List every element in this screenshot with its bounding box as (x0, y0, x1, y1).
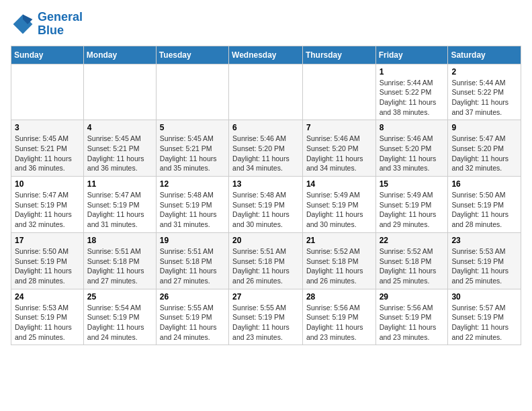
weekday-header-thursday: Thursday (302, 46, 375, 64)
calendar-cell: 5Sunrise: 5:45 AMSunset: 5:21 PMDaylight… (156, 120, 228, 177)
day-info: Sunrise: 5:51 AMSunset: 5:18 PMDaylight:… (232, 246, 299, 286)
calendar-cell (11, 64, 84, 120)
day-info: Sunrise: 5:49 AMSunset: 5:19 PMDaylight:… (380, 190, 445, 230)
logo: General Blue (11, 11, 83, 38)
day-number: 19 (160, 236, 225, 245)
day-number: 1 (380, 67, 445, 77)
day-info: Sunrise: 5:55 AMSunset: 5:19 PMDaylight:… (232, 303, 299, 342)
day-info: Sunrise: 5:48 AMSunset: 5:19 PMDaylight:… (160, 190, 225, 230)
day-info: Sunrise: 5:53 AMSunset: 5:19 PMDaylight:… (15, 303, 80, 342)
calendar-cell: 14Sunrise: 5:49 AMSunset: 5:19 PMDayligh… (302, 177, 375, 233)
weekday-header-saturday: Saturday (448, 46, 521, 64)
day-number: 23 (451, 236, 517, 245)
day-info: Sunrise: 5:45 AMSunset: 5:21 PMDaylight:… (87, 134, 152, 173)
day-number: 5 (160, 123, 225, 132)
day-info: Sunrise: 5:54 AMSunset: 5:19 PMDaylight:… (87, 303, 152, 342)
day-number: 9 (451, 123, 517, 132)
day-info: Sunrise: 5:45 AMSunset: 5:21 PMDaylight:… (160, 134, 225, 173)
weekday-header-friday: Friday (375, 46, 448, 64)
day-number: 21 (306, 236, 372, 245)
weekday-header-monday: Monday (83, 46, 156, 64)
calendar-cell (83, 64, 156, 120)
calendar-cell: 20Sunrise: 5:51 AMSunset: 5:18 PMDayligh… (229, 232, 303, 289)
weekday-header-sunday: Sunday (11, 46, 84, 64)
calendar-cell: 18Sunrise: 5:51 AMSunset: 5:18 PMDayligh… (83, 232, 156, 289)
weekday-header-wednesday: Wednesday (229, 46, 303, 64)
calendar-cell: 17Sunrise: 5:50 AMSunset: 5:19 PMDayligh… (11, 232, 84, 289)
calendar-cell: 2Sunrise: 5:44 AMSunset: 5:22 PMDaylight… (448, 64, 521, 120)
day-info: Sunrise: 5:52 AMSunset: 5:18 PMDaylight:… (306, 246, 372, 286)
day-number: 2 (451, 67, 517, 77)
calendar-cell: 24Sunrise: 5:53 AMSunset: 5:19 PMDayligh… (11, 289, 84, 345)
day-info: Sunrise: 5:45 AMSunset: 5:21 PMDaylight:… (15, 134, 80, 173)
calendar-cell: 21Sunrise: 5:52 AMSunset: 5:18 PMDayligh… (302, 232, 375, 289)
day-number: 8 (380, 123, 445, 132)
calendar-cell: 26Sunrise: 5:55 AMSunset: 5:19 PMDayligh… (156, 289, 228, 345)
day-number: 7 (306, 123, 372, 132)
calendar-cell: 4Sunrise: 5:45 AMSunset: 5:21 PMDaylight… (83, 120, 156, 177)
day-number: 15 (380, 179, 445, 189)
calendar-cell: 3Sunrise: 5:45 AMSunset: 5:21 PMDaylight… (11, 120, 84, 177)
day-number: 16 (451, 179, 517, 189)
day-number: 14 (306, 179, 372, 189)
day-info: Sunrise: 5:47 AMSunset: 5:19 PMDaylight:… (15, 190, 80, 230)
calendar-cell (229, 64, 303, 120)
day-info: Sunrise: 5:56 AMSunset: 5:19 PMDaylight:… (380, 303, 445, 342)
day-number: 4 (87, 123, 152, 132)
day-info: Sunrise: 5:51 AMSunset: 5:18 PMDaylight:… (87, 246, 152, 286)
day-number: 10 (15, 179, 80, 189)
day-info: Sunrise: 5:46 AMSunset: 5:20 PMDaylight:… (380, 134, 445, 173)
calendar-cell (302, 64, 375, 120)
logo-icon (11, 12, 35, 36)
logo-text: General Blue (38, 11, 83, 38)
day-info: Sunrise: 5:48 AMSunset: 5:19 PMDaylight:… (232, 190, 299, 230)
day-number: 17 (15, 236, 80, 245)
calendar-cell: 11Sunrise: 5:47 AMSunset: 5:19 PMDayligh… (83, 177, 156, 233)
day-info: Sunrise: 5:55 AMSunset: 5:19 PMDaylight:… (160, 303, 225, 342)
day-info: Sunrise: 5:51 AMSunset: 5:18 PMDaylight:… (160, 246, 225, 286)
calendar-cell: 30Sunrise: 5:57 AMSunset: 5:19 PMDayligh… (448, 289, 521, 345)
day-number: 24 (15, 292, 80, 302)
calendar-cell: 29Sunrise: 5:56 AMSunset: 5:19 PMDayligh… (375, 289, 448, 345)
day-info: Sunrise: 5:46 AMSunset: 5:20 PMDaylight:… (306, 134, 372, 173)
day-number: 13 (232, 179, 299, 189)
page-header: General Blue (11, 11, 521, 38)
day-number: 27 (232, 292, 299, 302)
day-number: 18 (87, 236, 152, 245)
day-number: 29 (380, 292, 445, 302)
calendar-cell: 1Sunrise: 5:44 AMSunset: 5:22 PMDaylight… (375, 64, 448, 120)
day-info: Sunrise: 5:57 AMSunset: 5:19 PMDaylight:… (451, 303, 517, 342)
day-number: 28 (306, 292, 372, 302)
calendar-cell: 8Sunrise: 5:46 AMSunset: 5:20 PMDaylight… (375, 120, 448, 177)
day-info: Sunrise: 5:44 AMSunset: 5:22 PMDaylight:… (451, 78, 517, 118)
day-number: 12 (160, 179, 225, 189)
calendar-cell: 10Sunrise: 5:47 AMSunset: 5:19 PMDayligh… (11, 177, 84, 233)
calendar-cell: 13Sunrise: 5:48 AMSunset: 5:19 PMDayligh… (229, 177, 303, 233)
calendar-cell (156, 64, 228, 120)
day-number: 6 (232, 123, 299, 132)
calendar-cell: 19Sunrise: 5:51 AMSunset: 5:18 PMDayligh… (156, 232, 228, 289)
calendar-cell: 16Sunrise: 5:50 AMSunset: 5:19 PMDayligh… (448, 177, 521, 233)
day-number: 25 (87, 292, 152, 302)
calendar-table: SundayMondayTuesdayWednesdayThursdayFrid… (11, 46, 521, 346)
day-number: 30 (451, 292, 517, 302)
weekday-header-tuesday: Tuesday (156, 46, 228, 64)
calendar-cell: 22Sunrise: 5:52 AMSunset: 5:18 PMDayligh… (375, 232, 448, 289)
day-info: Sunrise: 5:47 AMSunset: 5:20 PMDaylight:… (451, 134, 517, 173)
calendar-cell: 28Sunrise: 5:56 AMSunset: 5:19 PMDayligh… (302, 289, 375, 345)
day-number: 22 (380, 236, 445, 245)
day-info: Sunrise: 5:49 AMSunset: 5:19 PMDaylight:… (306, 190, 372, 230)
day-info: Sunrise: 5:52 AMSunset: 5:18 PMDaylight:… (380, 246, 445, 286)
calendar-cell: 27Sunrise: 5:55 AMSunset: 5:19 PMDayligh… (229, 289, 303, 345)
day-number: 20 (232, 236, 299, 245)
day-info: Sunrise: 5:44 AMSunset: 5:22 PMDaylight:… (380, 78, 445, 118)
calendar-cell: 6Sunrise: 5:46 AMSunset: 5:20 PMDaylight… (229, 120, 303, 177)
calendar-cell: 23Sunrise: 5:53 AMSunset: 5:19 PMDayligh… (448, 232, 521, 289)
day-number: 26 (160, 292, 225, 302)
calendar-cell: 15Sunrise: 5:49 AMSunset: 5:19 PMDayligh… (375, 177, 448, 233)
day-info: Sunrise: 5:53 AMSunset: 5:19 PMDaylight:… (451, 246, 517, 286)
calendar-cell: 12Sunrise: 5:48 AMSunset: 5:19 PMDayligh… (156, 177, 228, 233)
calendar-cell: 9Sunrise: 5:47 AMSunset: 5:20 PMDaylight… (448, 120, 521, 177)
day-info: Sunrise: 5:50 AMSunset: 5:19 PMDaylight:… (451, 190, 517, 230)
calendar-cell: 25Sunrise: 5:54 AMSunset: 5:19 PMDayligh… (83, 289, 156, 345)
